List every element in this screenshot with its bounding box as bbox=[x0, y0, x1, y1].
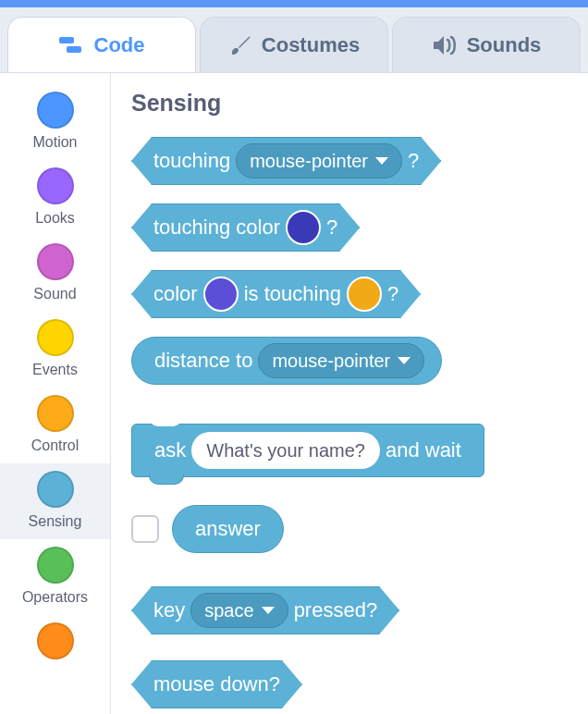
cat-label: Control bbox=[0, 437, 110, 454]
dropdown-value: mouse-pointer bbox=[272, 351, 390, 372]
events-dot bbox=[37, 319, 74, 356]
block-text: ? bbox=[387, 282, 398, 306]
block-ask-and-wait[interactable]: ask What's your name? and wait bbox=[131, 424, 484, 477]
dropdown-value: space bbox=[204, 600, 253, 622]
cat-label: Events bbox=[0, 362, 110, 378]
tab-costumes[interactable]: Costumes bbox=[200, 17, 388, 72]
section-title: Sensing bbox=[131, 90, 568, 117]
touching-dropdown[interactable]: mouse-pointer bbox=[236, 143, 402, 178]
operators-dot bbox=[37, 547, 74, 584]
tab-sounds-label: Sounds bbox=[467, 33, 542, 57]
tab-code-label: Code bbox=[94, 33, 145, 57]
block-color-is-touching[interactable]: color is touching ? bbox=[131, 270, 421, 318]
main-area: Motion Looks Sound Events Control Sensin… bbox=[0, 72, 588, 714]
block-text: and wait bbox=[386, 438, 461, 462]
block-text: answer bbox=[195, 517, 261, 541]
block-touching[interactable]: touching mouse-pointer ? bbox=[131, 137, 441, 185]
block-distance-to[interactable]: distance to mouse-pointer bbox=[131, 337, 442, 385]
tab-costumes-label: Costumes bbox=[262, 33, 360, 57]
sound-dot bbox=[37, 243, 74, 280]
motion-dot bbox=[37, 92, 74, 129]
distance-dropdown[interactable]: mouse-pointer bbox=[258, 343, 424, 378]
cat-looks[interactable]: Looks bbox=[0, 160, 110, 236]
cat-sound[interactable]: Sound bbox=[0, 236, 110, 312]
block-key-pressed[interactable]: key space pressed? bbox=[131, 586, 399, 634]
block-text: color bbox=[153, 282, 198, 306]
block-text: ? bbox=[326, 215, 337, 240]
window-top-bar bbox=[0, 0, 588, 7]
tab-sounds[interactable]: Sounds bbox=[392, 17, 581, 72]
color-picker[interactable] bbox=[347, 277, 382, 312]
chevron-down-icon bbox=[398, 357, 410, 364]
block-touching-color[interactable]: touching color ? bbox=[131, 203, 360, 252]
block-text: mouse down? bbox=[153, 672, 280, 696]
color-picker[interactable] bbox=[286, 210, 321, 245]
block-text: ? bbox=[408, 149, 419, 173]
code-icon bbox=[59, 35, 85, 55]
tab-code[interactable]: Code bbox=[7, 17, 196, 72]
svg-rect-1 bbox=[67, 46, 81, 53]
block-text: touching color bbox=[153, 215, 280, 240]
block-text: pressed? bbox=[294, 598, 378, 622]
cat-label: Sound bbox=[0, 286, 110, 302]
cat-events[interactable]: Events bbox=[0, 312, 110, 388]
variables-dot bbox=[37, 622, 74, 659]
dropdown-value: mouse-pointer bbox=[250, 151, 368, 172]
cat-control[interactable]: Control bbox=[0, 388, 110, 463]
cat-operators[interactable]: Operators bbox=[0, 539, 110, 615]
block-text: touching bbox=[153, 149, 230, 173]
cat-label: Operators bbox=[0, 589, 110, 606]
chevron-down-icon bbox=[375, 157, 388, 165]
sound-icon bbox=[432, 34, 458, 56]
key-dropdown[interactable]: space bbox=[190, 593, 288, 628]
block-text: is touching bbox=[244, 282, 341, 306]
ask-input[interactable]: What's your name? bbox=[191, 432, 380, 469]
brush-icon bbox=[228, 33, 252, 57]
category-palette: Motion Looks Sound Events Control Sensin… bbox=[0, 73, 111, 714]
sensing-dot bbox=[37, 471, 74, 508]
cat-label: Sensing bbox=[0, 513, 110, 530]
cat-sensing[interactable]: Sensing bbox=[0, 463, 110, 539]
block-answer[interactable]: answer bbox=[172, 505, 284, 553]
cat-label: Motion bbox=[0, 134, 110, 151]
block-text: key bbox=[153, 598, 185, 622]
blocks-area: Sensing touching mouse-pointer ? touchin… bbox=[111, 73, 588, 714]
block-text: ask bbox=[154, 438, 186, 462]
control-dot bbox=[37, 395, 74, 432]
chevron-down-icon bbox=[262, 607, 275, 614]
cat-variables[interactable] bbox=[0, 615, 110, 665]
looks-dot bbox=[37, 167, 74, 204]
color-picker[interactable] bbox=[203, 277, 239, 312]
cat-label: Looks bbox=[0, 210, 110, 227]
answer-monitor-checkbox[interactable] bbox=[131, 515, 159, 543]
block-mouse-down[interactable]: mouse down? bbox=[131, 660, 302, 708]
block-text: distance to bbox=[154, 349, 252, 373]
tab-bar: Code Costumes Sounds bbox=[0, 7, 588, 72]
svg-rect-0 bbox=[59, 37, 74, 43]
cat-motion[interactable]: Motion bbox=[0, 84, 110, 160]
